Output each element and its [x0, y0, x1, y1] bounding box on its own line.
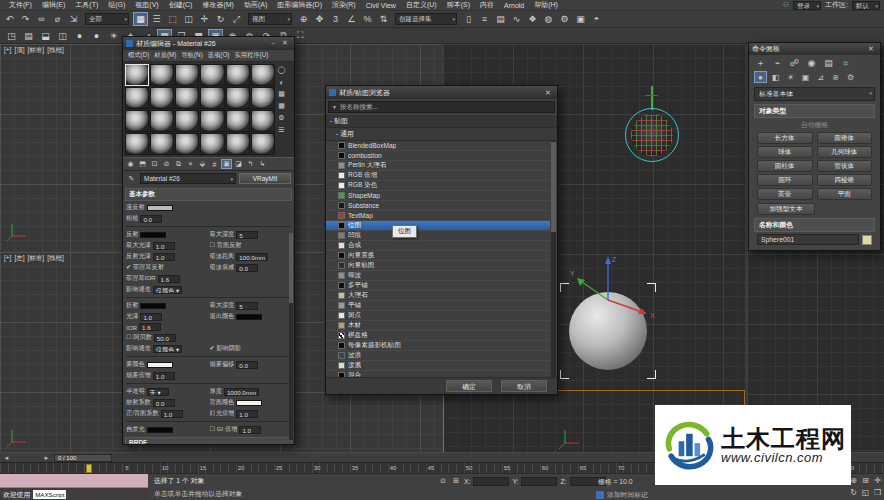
- schematic-view-icon[interactable]: ❖: [525, 12, 540, 26]
- sample-slot[interactable]: [125, 64, 149, 86]
- primitive-button[interactable]: 几何球体: [817, 146, 873, 158]
- ribbon-toggle-icon[interactable]: ⬓: [38, 29, 53, 43]
- sample-slot[interactable]: [226, 87, 250, 109]
- cancel-button[interactable]: 取消: [501, 380, 547, 392]
- fullscreen-toggle-icon[interactable]: ⛶: [293, 29, 308, 43]
- maximize-viewport-toggle-icon[interactable]: ❒: [872, 487, 883, 498]
- color-swatch[interactable]: [236, 400, 262, 406]
- viewport-preset-menu[interactable]: [标准]: [28, 254, 45, 263]
- material-id-channel-icon[interactable]: #: [209, 159, 220, 169]
- curve-editor-icon[interactable]: ∿: [509, 12, 524, 26]
- search-input[interactable]: 按名称搜索...: [340, 103, 378, 112]
- selection-filter-dropdown[interactable]: 全部: [85, 13, 129, 25]
- display-tab-icon[interactable]: ▤: [822, 57, 835, 69]
- named-selection-sets-dropdown[interactable]: 创建选择集: [395, 13, 457, 25]
- viewport-shading-menu[interactable]: [线框]: [47, 254, 64, 263]
- sample-slot[interactable]: [251, 87, 275, 109]
- param-value[interactable]: 1.0: [140, 313, 162, 321]
- sample-slot[interactable]: [125, 110, 149, 132]
- menu-item[interactable]: 视图(V): [130, 0, 163, 10]
- minimize-icon[interactable]: －: [267, 39, 279, 49]
- sample-slot[interactable]: [175, 87, 199, 109]
- param-value[interactable]: 1.0: [153, 242, 175, 250]
- undo-icon[interactable]: ↶: [2, 12, 17, 26]
- rectangular-selection-region-icon[interactable]: ⬚: [165, 12, 180, 26]
- map-type-row[interactable]: Substance: [326, 201, 550, 211]
- material-type-button[interactable]: VRayMtl: [239, 173, 291, 184]
- param-value[interactable]: 1.0: [153, 372, 175, 380]
- render-setup-icon[interactable]: ⚙: [557, 12, 572, 26]
- menu-item[interactable]: 工具(T): [70, 0, 103, 10]
- primitive-button[interactable]: 茶壶: [757, 188, 813, 200]
- param-value[interactable]: 100.0mm: [236, 253, 268, 261]
- primitive-button[interactable]: 管状体: [817, 160, 873, 172]
- param-value[interactable]: 0.0: [236, 361, 258, 369]
- param-value[interactable]: 0.0: [236, 264, 258, 272]
- helpers-category-icon[interactable]: ⊿: [814, 71, 827, 83]
- time-tag[interactable]: 添加时间标记: [596, 490, 648, 500]
- map-type-row[interactable]: 斑点: [326, 311, 550, 321]
- listener-strip[interactable]: 欢迎使用 MAXScript: [0, 488, 148, 500]
- map-list-scrollbar[interactable]: [551, 141, 556, 377]
- command-panel-titlebar[interactable]: 命令面板 ✕: [749, 43, 880, 55]
- zoom-extents-icon[interactable]: ◱: [860, 487, 871, 498]
- pan-view-icon[interactable]: ✛: [872, 475, 883, 486]
- redo-icon[interactable]: ↷: [18, 12, 33, 26]
- sample-slot[interactable]: [200, 110, 224, 132]
- workspace-dropdown[interactable]: 默认: [852, 1, 880, 10]
- autogrid-checkbox[interactable]: 自动栅格: [749, 119, 880, 131]
- viewport-general-menu[interactable]: [+]: [4, 254, 11, 263]
- menu-item[interactable]: 创建(C): [164, 0, 198, 10]
- shapes-category-icon[interactable]: ◧: [769, 71, 782, 83]
- zoom-all-icon[interactable]: ⊞: [860, 475, 871, 486]
- align-icon[interactable]: ≡: [477, 12, 492, 26]
- param-value[interactable]: 仅颜色 ▾: [153, 345, 182, 353]
- select-and-move-icon[interactable]: ✛: [197, 12, 212, 26]
- sample-slot[interactable]: [175, 110, 199, 132]
- menu-item[interactable]: 渲染(R): [327, 0, 361, 10]
- close-icon[interactable]: ✕: [279, 39, 291, 49]
- map-type-row[interactable]: RGB 染色: [326, 181, 550, 191]
- primitive-button[interactable]: 平面: [817, 188, 873, 200]
- put-to-library-icon[interactable]: ⬙: [197, 159, 208, 169]
- param-value[interactable]: 无 ▾: [147, 388, 169, 396]
- map-type-row[interactable]: Perlin 大理石: [326, 161, 550, 171]
- map-type-row[interactable]: 向量置换: [326, 251, 550, 261]
- map-type-row[interactable]: RGB 倍增: [326, 171, 550, 181]
- previous-frame-icon[interactable]: ◄: [2, 454, 11, 462]
- primitive-button[interactable]: 圆柱体: [757, 160, 813, 172]
- param-value[interactable]: 1.0: [239, 426, 261, 434]
- material-editor-icon[interactable]: ◍: [541, 12, 556, 26]
- primitive-button[interactable]: 圆环: [757, 174, 813, 186]
- param-value[interactable]: 0.0: [153, 399, 175, 407]
- material-map-navigator-icon[interactable]: ☰: [276, 125, 287, 135]
- bind-to-space-warp-icon[interactable]: ⇲: [66, 12, 81, 26]
- param-value[interactable]: 1000.0mm: [224, 388, 259, 396]
- menu-item[interactable]: 图形编辑器(D): [272, 0, 327, 10]
- map-type-row[interactable]: BlendedBoxMap: [326, 141, 550, 151]
- param-value[interactable]: 50.0: [154, 334, 176, 342]
- sample-slot[interactable]: [150, 110, 174, 132]
- menu-item[interactable]: 组(G): [103, 0, 130, 10]
- cameras-category-icon[interactable]: ▣: [799, 71, 812, 83]
- y-coordinate-field[interactable]: [521, 477, 557, 486]
- sample-slot[interactable]: [226, 110, 250, 132]
- param-value[interactable]: 1.6: [158, 275, 180, 283]
- sample-slot[interactable]: [175, 133, 199, 155]
- sample-slot[interactable]: [125, 87, 149, 109]
- map-type-row[interactable]: 波浪: [326, 351, 550, 361]
- map-type-row[interactable]: 噪波: [326, 271, 550, 281]
- rendered-frame-window-icon[interactable]: ▣: [573, 12, 588, 26]
- select-and-scale-icon[interactable]: ⤢: [229, 12, 244, 26]
- viewport-preset-menu[interactable]: [标准]: [28, 46, 45, 55]
- macro-recorder-strip[interactable]: [0, 474, 148, 488]
- sample-slot[interactable]: [200, 87, 224, 109]
- param-value[interactable]: 5: [236, 302, 258, 310]
- map-type-row[interactable]: ShapeMap: [326, 191, 550, 201]
- select-and-manipulate-icon[interactable]: ✥: [312, 12, 327, 26]
- sample-type-icon[interactable]: ◯: [276, 65, 287, 75]
- map-type-row[interactable]: 凹痕: [326, 231, 550, 241]
- search-row[interactable]: ▼ 按名称搜索...: [328, 101, 555, 113]
- pick-material-from-object-icon[interactable]: ✎: [126, 174, 137, 184]
- sample-slot[interactable]: [226, 64, 250, 86]
